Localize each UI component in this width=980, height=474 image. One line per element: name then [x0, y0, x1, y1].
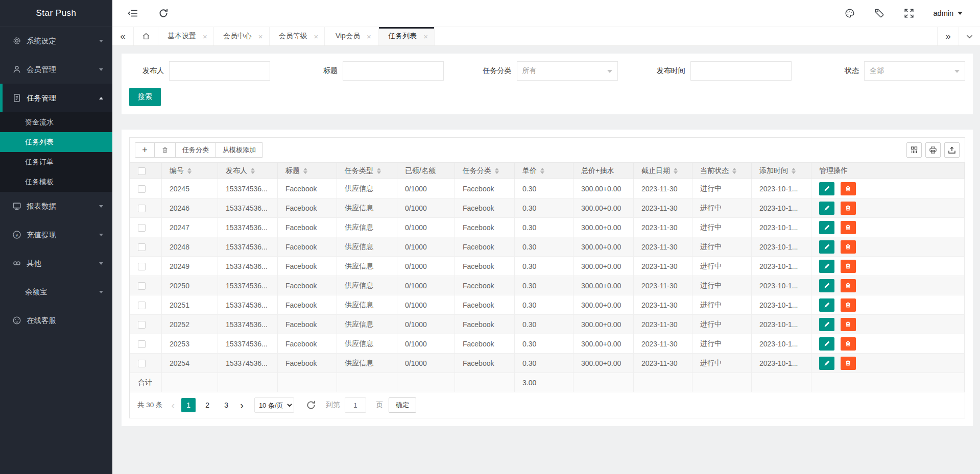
title-input[interactable] [343, 61, 444, 81]
task-category-select[interactable]: 所有 [517, 61, 618, 81]
tab-task-list[interactable]: 任务列表 × [379, 27, 435, 45]
close-icon[interactable]: × [367, 33, 371, 40]
page-number-3[interactable]: 3 [219, 398, 233, 412]
select-all-checkbox[interactable] [138, 167, 146, 175]
sort-icon[interactable] [495, 168, 499, 174]
delete-button[interactable] [841, 337, 856, 351]
sidebar-item-report-data[interactable]: 报表数据 [0, 192, 112, 220]
table-header-cell[interactable]: 发布人 [218, 163, 278, 179]
delete-button[interactable] [841, 260, 856, 273]
sort-icon[interactable] [377, 168, 381, 174]
close-icon[interactable]: × [423, 33, 428, 40]
home-tab[interactable] [134, 27, 158, 45]
row-checkbox[interactable] [138, 321, 146, 329]
edit-button[interactable] [819, 357, 834, 370]
delete-button[interactable] [841, 221, 856, 234]
sidebar-item-yuebao[interactable]: 余额宝 [0, 278, 112, 306]
edit-button[interactable] [819, 298, 834, 312]
sidebar-item-task-orders[interactable]: 任务订单 [0, 152, 112, 172]
add-task-button[interactable]: + [135, 143, 155, 157]
fullscreen-icon[interactable] [904, 8, 914, 18]
sidebar-item-fund-flow[interactable]: 资金流水 [0, 112, 112, 132]
sort-icon[interactable] [674, 168, 678, 174]
row-checkbox[interactable] [138, 340, 146, 348]
sidebar-item-member-management[interactable]: 会员管理 [0, 55, 112, 84]
sort-icon[interactable] [540, 168, 544, 174]
row-checkbox[interactable] [138, 302, 146, 309]
delete-selected-button[interactable] [155, 143, 176, 157]
sidebar-item-task-templates[interactable]: 任务模板 [0, 172, 112, 192]
tab-member-center[interactable]: 会员中心 × [214, 27, 270, 45]
refresh-icon[interactable] [158, 8, 169, 18]
publisher-input[interactable] [169, 61, 270, 81]
table-header-cell[interactable]: 当前状态 [692, 163, 752, 179]
delete-button[interactable] [841, 298, 856, 312]
close-icon[interactable]: × [203, 33, 207, 40]
tabs-scroll-right-button[interactable]: » [937, 27, 959, 45]
row-checkbox[interactable] [138, 263, 146, 270]
edit-button[interactable] [819, 221, 834, 234]
row-checkbox[interactable] [138, 224, 146, 232]
row-checkbox[interactable] [138, 282, 146, 290]
table-header-cell[interactable]: 单价 [515, 163, 573, 179]
sidebar-item-recharge-withdraw[interactable]: ¥ 充值提现 [0, 220, 112, 249]
sort-icon[interactable] [187, 168, 192, 174]
table-header-cell[interactable]: 已领/名额 [397, 163, 455, 179]
tab-member-level[interactable]: 会员等级 × [270, 27, 325, 45]
table-header-cell[interactable]: 任务类型 [337, 163, 397, 179]
edit-button[interactable] [819, 279, 834, 292]
page-number-1[interactable]: 1 [181, 398, 196, 412]
table-header-cell[interactable]: 标题 [278, 163, 337, 179]
edit-button[interactable] [819, 202, 834, 215]
delete-button[interactable] [841, 182, 856, 195]
tabs-scroll-left-button[interactable]: « [112, 27, 134, 45]
delete-button[interactable] [841, 357, 856, 370]
sort-icon[interactable] [732, 168, 736, 174]
row-checkbox[interactable] [138, 243, 146, 251]
page-size-select[interactable]: 10 条/页 [254, 397, 294, 413]
confirm-page-button[interactable]: 确定 [389, 397, 416, 413]
next-page-button[interactable]: › [238, 400, 246, 410]
sidebar-item-task-list[interactable]: 任务列表 [0, 132, 112, 152]
row-checkbox[interactable] [138, 185, 146, 193]
tab-basic-settings[interactable]: 基本设置 × [158, 27, 214, 45]
collapse-menu-icon[interactable] [128, 8, 138, 18]
table-header-cell[interactable]: 总价+抽水 [573, 163, 634, 179]
edit-button[interactable] [819, 260, 834, 273]
sidebar-item-other[interactable]: 其他 [0, 249, 112, 278]
table-header-cell[interactable]: 编号 [162, 163, 218, 179]
theme-palette-icon[interactable] [845, 8, 855, 18]
search-button[interactable]: 搜索 [129, 88, 161, 106]
status-select[interactable]: 全部 [864, 61, 965, 81]
columns-filter-button[interactable] [906, 142, 922, 158]
delete-button[interactable] [841, 318, 856, 331]
goto-page-input[interactable] [345, 397, 366, 413]
edit-button[interactable] [819, 337, 834, 351]
tag-icon[interactable] [874, 8, 885, 18]
print-button[interactable] [925, 142, 941, 158]
task-category-button[interactable]: 任务分类 [176, 143, 216, 157]
delete-button[interactable] [841, 202, 856, 215]
close-icon[interactable]: × [258, 33, 263, 40]
refresh-table-icon[interactable] [306, 400, 316, 410]
table-header-cell[interactable]: 管理操作 [811, 163, 965, 179]
edit-button[interactable] [819, 318, 834, 331]
delete-button[interactable] [841, 279, 856, 292]
user-menu[interactable]: admin [934, 9, 963, 17]
tabs-menu-button[interactable] [959, 27, 980, 45]
sort-icon[interactable] [792, 168, 796, 174]
edit-button[interactable] [819, 182, 834, 195]
sidebar-item-online-service[interactable]: 在线客服 [0, 306, 112, 335]
publish-time-input[interactable] [690, 61, 792, 81]
sort-icon[interactable] [303, 168, 307, 174]
tab-vip-member[interactable]: Vip会员 × [325, 27, 379, 45]
edit-button[interactable] [819, 240, 834, 254]
sort-icon[interactable] [251, 168, 255, 174]
delete-button[interactable] [841, 240, 856, 254]
sidebar-item-system-settings[interactable]: 系统设定 [0, 27, 112, 55]
prev-page-button[interactable]: ‹ [170, 400, 177, 410]
table-header-cell[interactable]: 任务分类 [455, 163, 515, 179]
close-icon[interactable]: × [314, 33, 319, 40]
table-header-cell[interactable]: 截止日期 [634, 163, 692, 179]
row-checkbox[interactable] [138, 360, 146, 367]
